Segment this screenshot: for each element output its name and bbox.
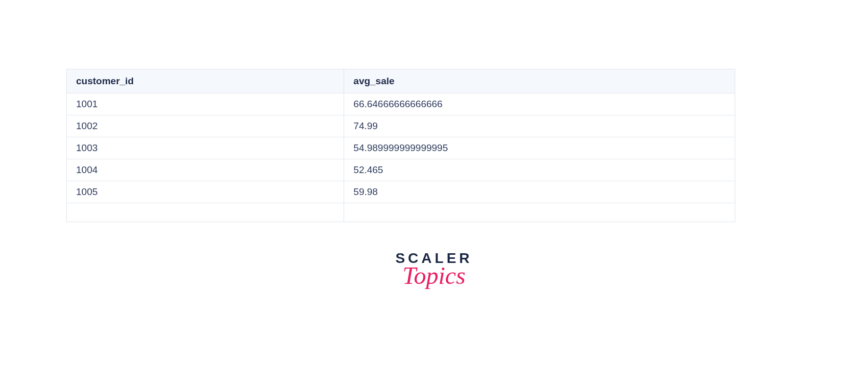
table-row: 1004 52.465 [67, 159, 735, 181]
cell-customer-id: 1001 [67, 93, 344, 115]
cell-avg-sale: 59.98 [344, 181, 735, 203]
column-header-avg-sale: avg_sale [344, 69, 735, 93]
cell-avg-sale: 66.64666666666666 [344, 93, 735, 115]
cell-avg-sale: 74.99 [344, 115, 735, 137]
cell-customer-id: 1002 [67, 115, 344, 137]
table-row: 1002 74.99 [67, 115, 735, 137]
cell-avg-sale: 54.989999999999995 [344, 137, 735, 159]
table-row: 1001 66.64666666666666 [67, 93, 735, 115]
cell-avg-sale: 52.465 [344, 159, 735, 181]
table-row: 1003 54.989999999999995 [67, 137, 735, 159]
table-empty-row [67, 203, 735, 222]
scaler-topics-logo: SCALER Topics [395, 250, 472, 290]
table-header-row: customer_id avg_sale [67, 69, 735, 93]
column-header-customer-id: customer_id [67, 69, 344, 93]
cell-customer-id: 1003 [67, 137, 344, 159]
empty-cell [344, 203, 735, 222]
results-table: customer_id avg_sale 1001 66.64666666666… [67, 69, 735, 222]
cell-customer-id: 1004 [67, 159, 344, 181]
results-table-container: customer_id avg_sale 1001 66.64666666666… [66, 69, 735, 222]
logo-text-topics: Topics [395, 261, 472, 290]
table-row: 1005 59.98 [67, 181, 735, 203]
empty-cell [67, 203, 344, 222]
cell-customer-id: 1005 [67, 181, 344, 203]
